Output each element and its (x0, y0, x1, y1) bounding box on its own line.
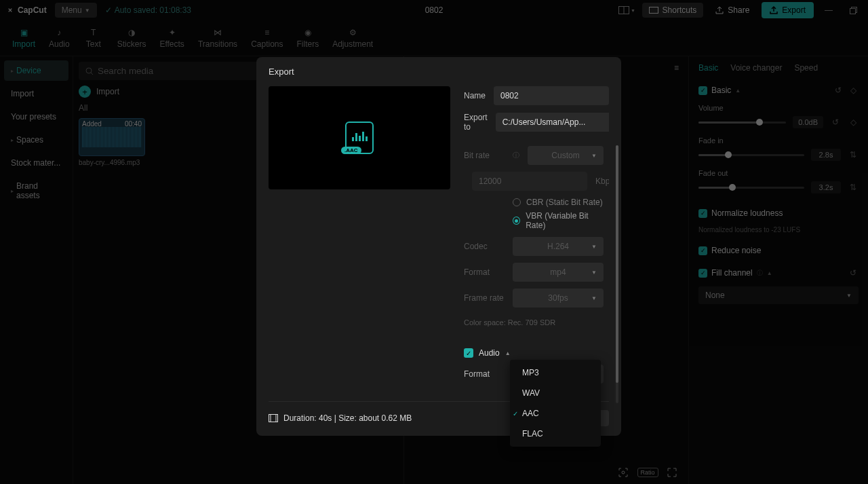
sidebar-item-stockmater[interactable]: Stock mater... (4, 153, 68, 173)
tool-tab-adjustment[interactable]: ⚙Adjustment (327, 24, 378, 52)
name-input[interactable] (494, 86, 609, 105)
minimize-button[interactable]: — (819, 2, 838, 18)
tab-label: Text (86, 39, 101, 49)
format-option-wav[interactable]: WAV (510, 383, 601, 403)
fade-out-slider[interactable] (698, 187, 804, 189)
reset-icon[interactable]: ↺ (848, 267, 859, 278)
format-option-flac[interactable]: FLAC (510, 424, 601, 444)
svg-rect-12 (269, 415, 278, 422)
share-icon (715, 6, 724, 14)
audio-icon: ♪ (52, 27, 66, 38)
tab-basic[interactable]: Basic (698, 63, 718, 73)
chevron-up-icon: ▲ (505, 350, 511, 356)
chevron-down-icon: ▼ (591, 269, 597, 276)
format-option-aac[interactable]: ✓AAC (510, 403, 601, 424)
scan-button[interactable] (615, 464, 631, 481)
tool-tab-stickers[interactable]: ◑Stickers (112, 24, 152, 52)
format-option-mp3[interactable]: MP3 (510, 362, 601, 383)
export-button[interactable]: Export (762, 2, 814, 18)
basic-header: Basic (711, 86, 731, 95)
maximize-icon (850, 7, 857, 14)
sidebar-item-device[interactable]: ▸Device (4, 60, 68, 81)
cbr-radio[interactable]: CBR (Static Bit Rate) (513, 198, 604, 207)
chevron-down-icon: ▼ (631, 8, 635, 13)
normalize-checkbox[interactable]: ✓ (698, 209, 707, 218)
keyframe-icon[interactable]: ◇ (848, 85, 859, 96)
filters-icon: ◉ (301, 27, 315, 38)
maximize-button[interactable] (844, 2, 863, 18)
tool-tab-import[interactable]: ▣Import (7, 24, 41, 52)
fade-in-slider[interactable] (698, 154, 804, 156)
tab-speed[interactable]: Speed (794, 63, 818, 73)
fill-channel-checkbox[interactable]: ✓ (698, 269, 707, 278)
sidebar-item-spaces[interactable]: ▸Spaces (4, 130, 68, 150)
sidebar-label: Import (11, 89, 34, 98)
chevron-down-icon: ▼ (846, 293, 852, 299)
framerate-select[interactable]: 30fps ▼ (513, 288, 604, 308)
option-label: FLAC (522, 429, 543, 439)
adjustment-icon: ⚙ (346, 27, 359, 38)
tool-tab-effects[interactable]: ✦Effects (154, 24, 189, 52)
vbr-radio[interactable]: VBR (Variable Bit Rate) (513, 211, 604, 230)
name-label: Name (464, 91, 486, 100)
tool-tab-filters[interactable]: ◉Filters (292, 24, 325, 52)
export-icon (770, 6, 778, 14)
stepper-icon[interactable]: ⇅ (848, 149, 859, 160)
import-add-button[interactable]: + (79, 86, 91, 98)
keyboard-icon (649, 7, 658, 14)
scissors-icon (5, 5, 15, 15)
sidebar-item-yourpresets[interactable]: Your presets (4, 107, 68, 127)
modal-scrollbar[interactable] (616, 145, 618, 403)
option-label: MP3 (522, 368, 539, 377)
tool-tab-captions[interactable]: ≡Captions (245, 24, 288, 52)
framerate-label: Frame rate (464, 293, 505, 303)
reset-icon[interactable]: ↺ (833, 85, 844, 96)
autosave-label: Auto saved: 01:08:33 (115, 5, 191, 15)
menu-button[interactable]: Menu ▼ (55, 3, 97, 18)
autosave-status: ✓ Auto saved: 01:08:33 (105, 5, 191, 15)
audio-format-dropdown: MP3WAV✓AACFLAC (510, 360, 601, 447)
video-format-select[interactable]: mp4 ▼ (513, 263, 604, 282)
player-menu-icon[interactable]: ≡ (674, 63, 679, 73)
fade-out-value[interactable]: 3.2s (811, 181, 841, 193)
volume-slider[interactable] (698, 122, 786, 124)
project-name: 0802 (425, 5, 443, 15)
reduce-noise-checkbox[interactable]: ✓ (698, 246, 707, 255)
basic-checkbox[interactable]: ✓ (698, 86, 707, 95)
shortcuts-button[interactable]: Shortcuts (642, 3, 704, 18)
layout-toggle-button[interactable]: ▼ (618, 2, 637, 18)
bitrate-input[interactable] (472, 172, 587, 191)
sidebar-item-import[interactable]: Import (4, 83, 68, 104)
ratio-button[interactable]: Ratio (639, 464, 656, 481)
bitrate-select[interactable]: Custom ▼ (528, 146, 604, 165)
svg-rect-4 (850, 8, 855, 14)
sidebar-label: Your presets (11, 112, 56, 122)
sidebar-item-brandassets[interactable]: ▸Brand assets (4, 176, 68, 206)
keyframe-icon[interactable]: ◇ (848, 117, 859, 128)
import-icon: ▣ (17, 27, 31, 38)
reset-icon[interactable]: ↺ (830, 117, 841, 128)
tab-label: Audio (49, 39, 70, 49)
tool-tab-text[interactable]: TText (78, 24, 109, 52)
colorspace-text: Color space: Rec. 709 SDR (464, 318, 604, 327)
tab-voice-changer[interactable]: Voice changer (730, 63, 782, 73)
volume-value[interactable]: 0.0dB (793, 116, 823, 128)
tool-tab-audio[interactable]: ♪Audio (43, 24, 75, 52)
codec-select[interactable]: H.264 ▼ (513, 237, 604, 256)
stepper-icon[interactable]: ⇅ (848, 182, 859, 193)
codec-value: H.264 (547, 242, 569, 251)
share-button[interactable]: Share (709, 3, 756, 18)
export-to-input[interactable] (496, 113, 609, 132)
tool-tab-transitions[interactable]: ⋈Transitions (193, 24, 243, 52)
svg-line-6 (91, 73, 93, 75)
fade-in-value[interactable]: 2.8s (811, 149, 841, 161)
fullscreen-button[interactable] (664, 464, 680, 481)
chevron-down-icon: ▼ (591, 244, 597, 250)
transitions-icon: ⋈ (211, 27, 224, 38)
audio-section-label: Audio (479, 348, 500, 358)
fill-channel-select[interactable]: None ▼ (698, 286, 859, 304)
media-clip-thumb[interactable]: Added 00:40 (79, 118, 145, 156)
stickers-icon: ◑ (125, 27, 138, 38)
audio-checkbox[interactable]: ✓ (464, 348, 473, 358)
normalize-label: Normalize loudness (711, 208, 783, 218)
